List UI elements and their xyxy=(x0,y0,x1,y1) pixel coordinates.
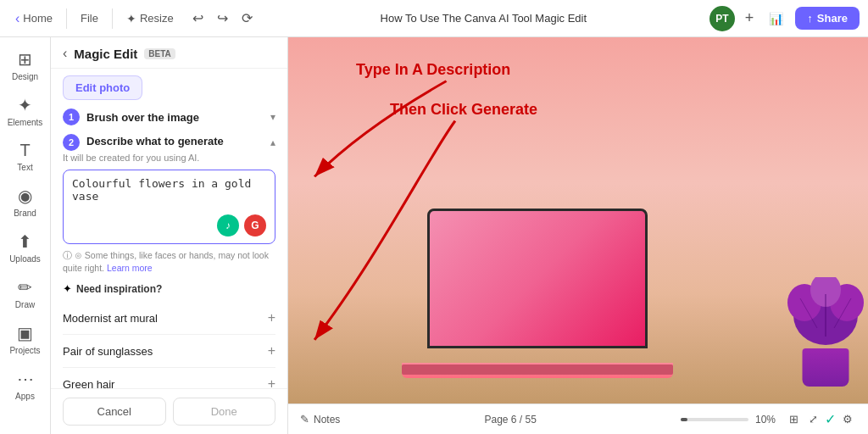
chevron-left-icon: ‹ xyxy=(15,11,19,26)
annotation-type-description: Type In A Description xyxy=(356,61,510,79)
description-input-wrap: ♪ G xyxy=(63,170,275,244)
laptop-keyboard xyxy=(402,364,673,375)
sidebar-item-label: Text xyxy=(17,163,32,172)
step1-left: 1 Brush over the image xyxy=(63,108,199,125)
chevron-up-icon: ▴ xyxy=(270,136,275,148)
step2-label: Describe what to generate xyxy=(86,135,224,147)
panel-beta-badge: BETA xyxy=(144,48,175,59)
redo-button[interactable]: ↪ xyxy=(212,7,233,30)
design-icon: ⊞ xyxy=(18,49,32,70)
suggestion-item-0[interactable]: Modernist art mural + xyxy=(63,302,275,335)
view-buttons: ⊞ ⤢ ✓ ⚙ xyxy=(786,411,856,427)
fullscreen-button[interactable]: ⤢ xyxy=(805,411,821,427)
text-icon: T xyxy=(19,141,30,160)
sidebar-item-label: Draw xyxy=(15,300,35,309)
sidebar-item-apps[interactable]: ⋯ Apps xyxy=(3,364,47,406)
plus-icon-2: + xyxy=(268,376,275,388)
suggestion-text-1: Pair of sunglasses xyxy=(63,345,153,358)
panel-back-button[interactable]: ‹ xyxy=(63,46,67,61)
sidebar-item-label: Elements xyxy=(8,118,43,127)
plus-icon-0: + xyxy=(268,310,275,326)
panel-footer: Cancel Done xyxy=(51,388,287,434)
grid-view-button[interactable]: ⊞ xyxy=(786,411,802,427)
notes-icon: ✎ xyxy=(300,413,309,426)
sidebar-item-label: Design xyxy=(12,72,38,81)
undo-redo-group: ↩ ↪ ⟳ xyxy=(187,7,258,30)
edit-photo-tab[interactable]: Edit photo xyxy=(63,75,142,100)
uploads-icon: ⬆ xyxy=(18,231,32,252)
page-info: Page 6 / 55 xyxy=(484,414,536,426)
draw-icon: ✏ xyxy=(18,277,32,298)
cancel-button[interactable]: Cancel xyxy=(63,398,166,426)
elements-icon: ✦ xyxy=(18,95,32,115)
sidebar-item-label: Uploads xyxy=(9,254,41,264)
resize-button[interactable]: ✦ Resize xyxy=(120,8,181,29)
add-button[interactable]: + xyxy=(742,6,758,31)
annotation-click-description: Then Click Generate xyxy=(390,101,537,119)
icon-sidebar: ⊞ Design ✦ Elements T Text ◉ Brand ⬆ Upl… xyxy=(0,37,51,434)
refresh-button[interactable]: ⟳ xyxy=(236,7,258,30)
suggestion-item-1[interactable]: Pair of sunglasses + xyxy=(63,335,275,368)
progress-wrap: 10% xyxy=(681,414,776,426)
generate-icon-button[interactable]: G xyxy=(244,214,266,236)
step1-row[interactable]: 1 Brush over the image ▾ xyxy=(63,108,275,125)
file-button[interactable]: File xyxy=(74,8,105,28)
inspiration-row: ✦ Need inspiration? xyxy=(63,282,275,295)
topbar: ‹ Home File ✦ Resize ↩ ↪ ⟳ How To Use Th… xyxy=(0,0,868,37)
magic-edit-panel: ‹ Magic Edit BETA Edit photo 1 Brush ove… xyxy=(51,37,288,434)
check-button[interactable]: ✓ xyxy=(825,411,836,427)
inspiration-label: Need inspiration? xyxy=(76,283,162,295)
learn-more-link[interactable]: Learn more xyxy=(107,263,153,273)
topbar-right: PT + 📊 ↑ Share xyxy=(709,6,860,31)
notes-label: Notes xyxy=(314,414,340,426)
sidebar-item-text[interactable]: T Text xyxy=(3,136,47,177)
laptop-element xyxy=(402,209,673,378)
analytics-button[interactable]: 📊 xyxy=(764,8,788,29)
zoom-percentage: 10% xyxy=(755,414,776,426)
sidebar-item-projects[interactable]: ▣ Projects xyxy=(3,318,47,360)
input-icons: ♪ G xyxy=(72,214,266,236)
notes-button[interactable]: ✎ Notes xyxy=(300,413,340,426)
projects-icon: ▣ xyxy=(17,323,33,343)
bottombar: ✎ Notes Page 6 / 55 10% ⊞ ⤢ ✓ ⚙ xyxy=(288,403,868,434)
done-button[interactable]: Done xyxy=(173,398,276,426)
step1-number: 1 xyxy=(63,108,80,125)
laptop-screen xyxy=(427,209,648,348)
canvas-area: Type In A Description Then Click Generat… xyxy=(288,37,868,434)
sidebar-item-label: Apps xyxy=(15,392,35,401)
canvas-content[interactable]: Type In A Description Then Click Generat… xyxy=(288,37,868,403)
edit-photo-tab-wrap: Edit photo xyxy=(51,69,287,100)
laptop-body xyxy=(402,363,673,378)
brand-icon: ◉ xyxy=(18,186,32,206)
plant-pot xyxy=(803,348,849,387)
topbar-divider xyxy=(66,8,67,29)
chevron-down-icon: ▾ xyxy=(270,111,275,123)
page-controls: Page 6 / 55 xyxy=(350,414,670,426)
home-label: Home xyxy=(23,12,53,25)
sparkle-icon: ✦ xyxy=(63,282,72,295)
description-input[interactable] xyxy=(72,177,266,208)
settings-button[interactable]: ⚙ xyxy=(839,411,856,427)
sidebar-item-elements[interactable]: ✦ Elements xyxy=(3,90,47,132)
undo-button[interactable]: ↩ xyxy=(187,7,209,30)
resize-label: Resize xyxy=(140,12,174,25)
mic-button[interactable]: ♪ xyxy=(217,214,239,236)
step1-label: Brush over the image xyxy=(86,111,199,124)
panel-body: 1 Brush over the image ▾ 2 Describe what… xyxy=(51,100,287,388)
info-icon: ⓘ xyxy=(63,250,72,260)
avatar-button[interactable]: PT xyxy=(709,6,735,31)
sidebar-item-uploads[interactable]: ⬆ Uploads xyxy=(3,226,47,269)
sidebar-item-draw[interactable]: ✏ Draw xyxy=(3,272,47,314)
sidebar-item-design[interactable]: ⊞ Design xyxy=(3,44,47,86)
disclaimer-text: ⓘ ⊙ Some things, like faces or hands, ma… xyxy=(63,249,275,274)
share-button[interactable]: ↑ Share xyxy=(795,7,860,30)
plus-icon-1: + xyxy=(268,343,275,359)
suggestion-item-2[interactable]: Green hair + xyxy=(63,368,275,388)
main-area: ⊞ Design ✦ Elements T Text ◉ Brand ⬆ Upl… xyxy=(0,37,868,434)
laptop-screen-inner xyxy=(430,211,645,346)
sidebar-item-brand[interactable]: ◉ Brand xyxy=(3,181,47,223)
resize-icon: ✦ xyxy=(126,12,136,25)
step2-number: 2 xyxy=(63,134,80,151)
home-button[interactable]: ‹ Home xyxy=(8,8,59,30)
share-label: Share xyxy=(817,12,848,25)
